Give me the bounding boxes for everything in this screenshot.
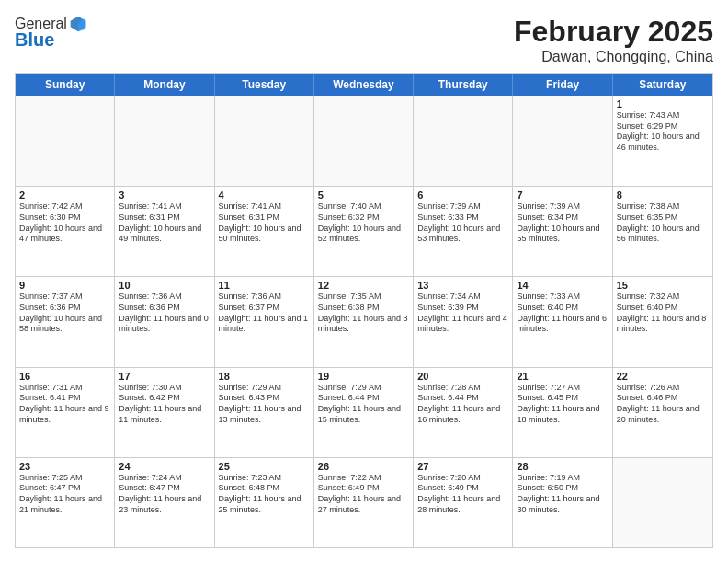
logo: General Blue (15, 15, 87, 51)
day-number-1: 1 (617, 98, 709, 109)
day-number-3: 3 (119, 190, 210, 201)
week-row-2: 9Sunrise: 7:37 AM Sunset: 6:36 PM Daylig… (16, 276, 712, 366)
day-info-10: Sunrise: 7:36 AM Sunset: 6:36 PM Dayligh… (119, 292, 210, 335)
cal-cell-3-4: 20Sunrise: 7:28 AM Sunset: 6:44 PM Dayli… (414, 368, 513, 457)
cal-cell-1-2: 4Sunrise: 7:41 AM Sunset: 6:31 PM Daylig… (215, 187, 314, 276)
day-info-20: Sunrise: 7:28 AM Sunset: 6:44 PM Dayligh… (417, 383, 508, 426)
cal-cell-3-6: 22Sunrise: 7:26 AM Sunset: 6:46 PM Dayli… (613, 368, 712, 457)
weekday-friday: Friday (513, 74, 612, 96)
day-info-11: Sunrise: 7:36 AM Sunset: 6:37 PM Dayligh… (219, 292, 310, 335)
cal-cell-3-5: 21Sunrise: 7:27 AM Sunset: 6:45 PM Dayli… (513, 368, 612, 457)
day-info-26: Sunrise: 7:22 AM Sunset: 6:49 PM Dayligh… (318, 473, 409, 516)
cal-cell-3-2: 18Sunrise: 7:29 AM Sunset: 6:43 PM Dayli… (215, 368, 314, 457)
day-number-18: 18 (219, 371, 310, 382)
day-info-6: Sunrise: 7:39 AM Sunset: 6:33 PM Dayligh… (417, 201, 508, 245)
day-info-22: Sunrise: 7:26 AM Sunset: 6:46 PM Dayligh… (617, 383, 709, 426)
day-info-15: Sunrise: 7:32 AM Sunset: 6:40 PM Dayligh… (617, 292, 709, 335)
cal-cell-4-6 (613, 458, 712, 547)
day-number-28: 28 (517, 461, 608, 472)
day-number-8: 8 (617, 190, 709, 201)
cal-cell-4-0: 23Sunrise: 7:25 AM Sunset: 6:47 PM Dayli… (16, 458, 115, 547)
cal-cell-3-0: 16Sunrise: 7:31 AM Sunset: 6:41 PM Dayli… (16, 368, 115, 457)
header: General Blue February 2025 Dawan, Chongq… (15, 15, 713, 65)
cal-cell-3-3: 19Sunrise: 7:29 AM Sunset: 6:44 PM Dayli… (314, 368, 414, 457)
day-info-1: Sunrise: 7:43 AM Sunset: 6:29 PM Dayligh… (617, 110, 709, 154)
week-row-1: 2Sunrise: 7:42 AM Sunset: 6:30 PM Daylig… (16, 186, 712, 276)
day-number-11: 11 (219, 280, 310, 291)
day-number-25: 25 (219, 461, 310, 472)
cal-cell-1-6: 8Sunrise: 7:38 AM Sunset: 6:35 PM Daylig… (613, 187, 712, 276)
page: General Blue February 2025 Dawan, Chongq… (0, 0, 728, 563)
cal-cell-0-3 (314, 96, 414, 186)
day-info-7: Sunrise: 7:39 AM Sunset: 6:34 PM Dayligh… (517, 201, 608, 245)
cal-cell-2-4: 13Sunrise: 7:34 AM Sunset: 6:39 PM Dayli… (414, 277, 513, 366)
day-number-2: 2 (19, 190, 110, 201)
day-info-16: Sunrise: 7:31 AM Sunset: 6:41 PM Dayligh… (19, 383, 110, 426)
cal-cell-0-0 (16, 96, 115, 186)
day-number-20: 20 (417, 371, 508, 382)
day-info-5: Sunrise: 7:40 AM Sunset: 6:32 PM Dayligh… (318, 201, 409, 245)
cal-cell-2-2: 11Sunrise: 7:36 AM Sunset: 6:37 PM Dayli… (215, 277, 314, 366)
day-number-14: 14 (517, 280, 608, 291)
cal-cell-2-5: 14Sunrise: 7:33 AM Sunset: 6:40 PM Dayli… (513, 277, 612, 366)
day-info-28: Sunrise: 7:19 AM Sunset: 6:50 PM Dayligh… (517, 473, 608, 516)
cal-cell-1-1: 3Sunrise: 7:41 AM Sunset: 6:31 PM Daylig… (115, 187, 214, 276)
day-number-12: 12 (318, 280, 409, 291)
weekday-monday: Monday (115, 74, 214, 96)
day-number-26: 26 (318, 461, 409, 472)
cal-cell-0-5 (513, 96, 612, 186)
calendar-body: 1Sunrise: 7:43 AM Sunset: 6:29 PM Daylig… (16, 96, 712, 547)
day-number-7: 7 (517, 190, 608, 201)
cal-cell-2-3: 12Sunrise: 7:35 AM Sunset: 6:38 PM Dayli… (314, 277, 414, 366)
weekday-sunday: Sunday (16, 74, 115, 96)
day-info-18: Sunrise: 7:29 AM Sunset: 6:43 PM Dayligh… (219, 383, 310, 426)
day-number-15: 15 (617, 280, 709, 291)
cal-cell-4-5: 28Sunrise: 7:19 AM Sunset: 6:50 PM Dayli… (513, 458, 612, 547)
day-info-8: Sunrise: 7:38 AM Sunset: 6:35 PM Dayligh… (617, 201, 709, 245)
cal-cell-1-4: 6Sunrise: 7:39 AM Sunset: 6:33 PM Daylig… (414, 187, 513, 276)
day-number-21: 21 (517, 371, 608, 382)
day-info-2: Sunrise: 7:42 AM Sunset: 6:30 PM Dayligh… (19, 201, 110, 245)
week-row-4: 23Sunrise: 7:25 AM Sunset: 6:47 PM Dayli… (16, 457, 712, 547)
cal-cell-4-1: 24Sunrise: 7:24 AM Sunset: 6:47 PM Dayli… (115, 458, 214, 547)
day-number-24: 24 (119, 461, 210, 472)
day-number-16: 16 (19, 371, 110, 382)
cal-cell-4-3: 26Sunrise: 7:22 AM Sunset: 6:49 PM Dayli… (314, 458, 414, 547)
calendar-header: Sunday Monday Tuesday Wednesday Thursday… (16, 74, 712, 96)
cal-cell-1-3: 5Sunrise: 7:40 AM Sunset: 6:32 PM Daylig… (314, 187, 414, 276)
title-block: February 2025 Dawan, Chongqing, China (514, 15, 713, 65)
day-number-13: 13 (417, 280, 508, 291)
day-number-9: 9 (19, 280, 110, 291)
day-info-3: Sunrise: 7:41 AM Sunset: 6:31 PM Dayligh… (119, 201, 210, 245)
day-number-22: 22 (617, 371, 709, 382)
day-number-27: 27 (417, 461, 508, 472)
cal-cell-2-1: 10Sunrise: 7:36 AM Sunset: 6:36 PM Dayli… (115, 277, 214, 366)
day-info-19: Sunrise: 7:29 AM Sunset: 6:44 PM Dayligh… (318, 383, 409, 426)
cal-cell-0-1 (115, 96, 214, 186)
day-number-10: 10 (119, 280, 210, 291)
day-info-17: Sunrise: 7:30 AM Sunset: 6:42 PM Dayligh… (119, 383, 210, 426)
cal-cell-2-0: 9Sunrise: 7:37 AM Sunset: 6:36 PM Daylig… (16, 277, 115, 366)
weekday-wednesday: Wednesday (314, 74, 414, 96)
day-number-4: 4 (219, 190, 310, 201)
logo-icon (69, 15, 87, 33)
day-info-25: Sunrise: 7:23 AM Sunset: 6:48 PM Dayligh… (219, 473, 310, 516)
calendar: Sunday Monday Tuesday Wednesday Thursday… (15, 73, 713, 548)
day-number-19: 19 (318, 371, 409, 382)
day-number-23: 23 (19, 461, 110, 472)
cal-cell-3-1: 17Sunrise: 7:30 AM Sunset: 6:42 PM Dayli… (115, 368, 214, 457)
day-info-23: Sunrise: 7:25 AM Sunset: 6:47 PM Dayligh… (19, 473, 110, 516)
week-row-3: 16Sunrise: 7:31 AM Sunset: 6:41 PM Dayli… (16, 367, 712, 457)
day-info-13: Sunrise: 7:34 AM Sunset: 6:39 PM Dayligh… (417, 292, 508, 335)
weekday-thursday: Thursday (414, 74, 513, 96)
day-info-4: Sunrise: 7:41 AM Sunset: 6:31 PM Dayligh… (219, 201, 310, 245)
day-number-5: 5 (318, 190, 409, 201)
day-info-9: Sunrise: 7:37 AM Sunset: 6:36 PM Dayligh… (19, 292, 110, 335)
cal-cell-2-6: 15Sunrise: 7:32 AM Sunset: 6:40 PM Dayli… (613, 277, 712, 366)
day-number-17: 17 (119, 371, 210, 382)
week-row-0: 1Sunrise: 7:43 AM Sunset: 6:29 PM Daylig… (16, 96, 712, 186)
day-info-21: Sunrise: 7:27 AM Sunset: 6:45 PM Dayligh… (517, 383, 608, 426)
day-info-14: Sunrise: 7:33 AM Sunset: 6:40 PM Dayligh… (517, 292, 608, 335)
weekday-tuesday: Tuesday (215, 74, 314, 96)
cal-cell-0-4 (414, 96, 513, 186)
